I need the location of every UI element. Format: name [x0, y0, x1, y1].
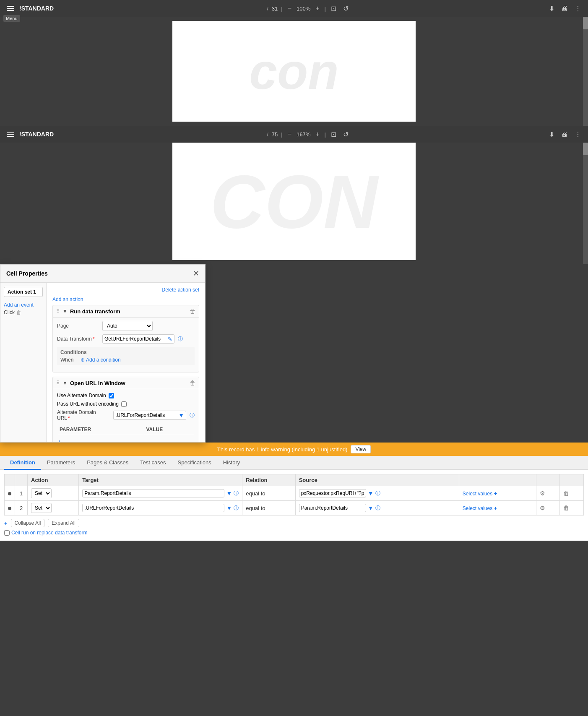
data-transform-info-icon[interactable]: ⓘ [178, 336, 183, 343]
collapse-icon-2[interactable]: ▼ [62, 380, 68, 386]
row2-action-select[interactable]: Set [31, 503, 52, 513]
fit-button-2[interactable]: ⊡ [329, 130, 338, 139]
alternate-domain-url-edit-icon[interactable]: ▼ [178, 412, 184, 419]
event-click-trash-icon[interactable]: 🗑 [16, 310, 21, 315]
scrollbar-1[interactable] [583, 17, 588, 126]
row2-source-edit-icon[interactable]: ▼ [368, 505, 374, 511]
data-transform-label: Data Transform [57, 336, 99, 342]
data-transform-edit-icon[interactable]: ✎ [167, 336, 172, 342]
menu-button-2[interactable] [5, 130, 16, 138]
row1-target-edit-icon[interactable]: ▼ [226, 490, 232, 497]
zoom-in-button-1[interactable]: + [314, 4, 321, 13]
row1-select-values-col: Select values + [459, 486, 536, 501]
action-delete-1[interactable]: 🗑 [190, 308, 195, 315]
tabs-bar: Definition Parameters Pages & Classes Te… [0, 456, 588, 470]
row2-source-info-icon[interactable]: ⓘ [375, 505, 380, 512]
row2-bullet [8, 507, 11, 510]
alternate-domain-url-input[interactable] [115, 412, 178, 418]
page-input-1[interactable]: 1 [251, 5, 263, 12]
cell-run-row: Cell run on replace data transform [4, 529, 584, 536]
row1-target-info-icon[interactable]: ⓘ [234, 490, 239, 497]
alternate-domain-url-row: Alternate Domain URL ▼ ⓘ [57, 409, 195, 421]
delete-action-set-link[interactable]: Delete action set [52, 287, 199, 293]
zoom-out-button-1[interactable]: − [286, 4, 293, 13]
row1-source-edit-icon[interactable]: ▼ [368, 490, 374, 497]
col-source: Source [295, 474, 459, 486]
tab-specifications[interactable]: Specifications [172, 456, 217, 470]
action-delete-2[interactable]: 🗑 [190, 380, 195, 386]
row2-target-info-icon[interactable]: ⓘ [234, 505, 239, 512]
tab-parameters[interactable]: Parameters [41, 456, 81, 470]
drag-icon-1: ⠿ [56, 308, 60, 314]
dialog-close-button[interactable]: ✕ [193, 269, 199, 278]
zoom-in-button-2[interactable]: + [314, 130, 321, 139]
expand-all-button[interactable]: Expand All [48, 519, 79, 527]
fit-button-1[interactable]: ⊡ [329, 4, 338, 13]
more-button-2[interactable]: ⋮ [573, 130, 583, 139]
row2-target-edit-icon[interactable]: ▼ [226, 505, 232, 511]
print-button-2[interactable]: 🖨 [559, 130, 570, 139]
tab-test-cases[interactable]: Test cases [134, 456, 172, 470]
pass-url-checkbox[interactable] [121, 401, 127, 407]
row2-trash-button[interactable]: 🗑 [563, 505, 569, 511]
view-button[interactable]: View [351, 445, 371, 453]
add-row-plus[interactable]: + [4, 520, 8, 526]
row2-plus-icon[interactable]: + [494, 505, 497, 511]
page-row: Page Auto [57, 321, 195, 331]
collapse-all-button[interactable]: Collapse All [11, 519, 45, 527]
row1-source-input[interactable] [299, 489, 366, 497]
col-target: Target [79, 474, 242, 486]
tab-history[interactable]: History [217, 456, 246, 470]
row2-select-values-col: Select values + [459, 501, 536, 516]
page-select[interactable]: Auto [102, 321, 153, 331]
when-label: When [60, 357, 77, 363]
pass-url-row: Pass URL without encoding [57, 401, 195, 407]
rotate-button-1[interactable]: ↺ [341, 4, 350, 13]
row1-bullet-col [5, 486, 15, 501]
action-block-2-header: ⠿ ▼ Open URL in Window 🗑 [53, 377, 199, 389]
row2-target-input[interactable] [82, 504, 224, 512]
row1-action-select[interactable]: Set [31, 488, 52, 498]
row2-source-input[interactable] [299, 504, 366, 512]
tab-pages-classes[interactable]: Pages & Classes [81, 456, 134, 470]
row1-gear-icon[interactable]: ⚙ [540, 490, 545, 497]
row2-select-values-link[interactable]: Select values [463, 505, 492, 511]
use-alternate-domain-checkbox[interactable] [109, 393, 114, 398]
dialog-right-panel[interactable]: Delete action set Add an action ⠿ ▼ Run … [47, 283, 205, 442]
row2-gear-icon[interactable]: ⚙ [540, 505, 545, 511]
pdf-toolbar-1: Menu !STANDARD 1 / 31 | − 100% + | ⊡ ↺ ⬇… [0, 0, 588, 17]
zoom-out-button-2[interactable]: − [286, 130, 293, 139]
cell-run-checkbox[interactable] [4, 530, 10, 536]
tab-definition[interactable]: Definition [4, 456, 41, 470]
row2-num: 2 [15, 501, 28, 516]
download-button-1[interactable]: ⬇ [547, 4, 556, 13]
row2-bullet-col [5, 501, 15, 516]
scrollbar-2[interactable] [583, 143, 588, 264]
menu-button-1[interactable] [5, 4, 16, 13]
param-add-button[interactable]: + [57, 438, 195, 442]
add-event-link[interactable]: Add an event [4, 302, 43, 308]
row1-plus-icon[interactable]: + [494, 490, 497, 497]
collapse-icon-1[interactable]: ▼ [62, 308, 68, 314]
add-action-link[interactable]: Add an action [52, 297, 83, 302]
cell-run-link[interactable]: Cell run on replace data transform [11, 530, 87, 536]
data-transform-input[interactable] [104, 336, 167, 342]
row1-trash-button[interactable]: 🗑 [563, 490, 569, 497]
alternate-domain-url-label: Alternate Domain URL [57, 409, 110, 421]
row1-source-info-icon[interactable]: ⓘ [375, 490, 380, 497]
scrollbar-thumb-2 [583, 143, 588, 155]
more-button-1[interactable]: ⋮ [573, 4, 583, 13]
action-set-tab[interactable]: Action set 1 [4, 287, 43, 297]
alternate-domain-url-info-icon[interactable]: ⓘ [190, 412, 195, 419]
conditions-section: Conditions When ⊕ Add a condition [57, 347, 195, 365]
download-button-2[interactable]: ⬇ [547, 130, 556, 139]
col-action: Action [28, 474, 79, 486]
row1-target-input[interactable] [82, 489, 224, 497]
print-button-1[interactable]: 🖨 [559, 4, 570, 13]
menu-tooltip: Menu [3, 15, 20, 22]
when-row: When ⊕ Add a condition [60, 357, 191, 363]
page-input-2[interactable]: 1 [251, 131, 263, 138]
add-condition-link[interactable]: ⊕ Add a condition [81, 357, 121, 363]
rotate-button-2[interactable]: ↺ [341, 130, 350, 139]
row1-select-values-link[interactable]: Select values [463, 491, 492, 497]
